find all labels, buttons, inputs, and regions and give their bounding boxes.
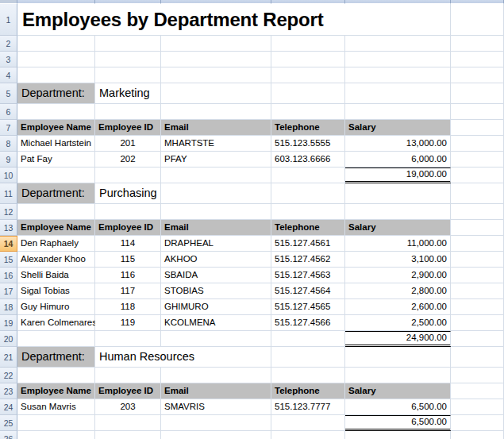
cell[interactable]: [451, 315, 504, 331]
row-header-20[interactable]: 20: [0, 331, 17, 347]
cell-email[interactable]: MHARTSTE: [161, 136, 271, 152]
report-title-cell[interactable]: Employees by Department Report: [17, 4, 451, 36]
cell[interactable]: [271, 415, 345, 431]
cell-employee-name[interactable]: Susan Mavris: [17, 399, 95, 415]
cell[interactable]: [271, 368, 345, 383]
header-salary[interactable]: Salary: [345, 383, 451, 399]
cell-employee-id[interactable]: 115: [95, 252, 161, 268]
row-header-25[interactable]: 25: [0, 415, 17, 431]
row-header-15[interactable]: 15: [0, 252, 17, 268]
cell[interactable]: [451, 331, 504, 347]
row-header-1[interactable]: 1: [0, 4, 17, 36]
row-header-12[interactable]: 12: [0, 204, 17, 220]
cell[interactable]: [451, 431, 504, 439]
cell-salary[interactable]: 6,000.00: [345, 152, 451, 168]
row-header-6[interactable]: 6: [0, 104, 17, 120]
cell-employee-name[interactable]: Shelli Baida: [17, 268, 95, 283]
cell[interactable]: [161, 36, 271, 52]
department-label-cell[interactable]: Department:: [17, 347, 95, 368]
cell[interactable]: [17, 368, 95, 383]
cell[interactable]: [271, 52, 345, 67]
cell-salary[interactable]: 2,800.00: [345, 283, 451, 299]
cell[interactable]: [451, 52, 504, 67]
row-header-3[interactable]: 3: [0, 52, 17, 67]
header-employee-name[interactable]: Employee Name: [17, 120, 95, 136]
row-header-4[interactable]: 4: [0, 67, 17, 83]
cell[interactable]: [17, 204, 95, 220]
cell[interactable]: [271, 331, 345, 347]
cell[interactable]: [161, 104, 271, 120]
cell[interactable]: [345, 368, 451, 383]
header-employee-id[interactable]: Employee ID: [95, 220, 161, 236]
cell[interactable]: [95, 36, 161, 52]
cell[interactable]: [271, 83, 345, 104]
department-label-cell[interactable]: Department:: [17, 183, 95, 204]
cell-email[interactable]: DRAPHEAL: [161, 236, 271, 252]
cell-salary-total[interactable]: 19,000.00: [345, 168, 451, 183]
header-employee-id[interactable]: Employee ID: [95, 120, 161, 136]
cell[interactable]: [345, 204, 451, 220]
cell-telephone[interactable]: 515.123.7777: [271, 399, 345, 415]
row-header-18[interactable]: 18: [0, 299, 17, 315]
cell[interactable]: [95, 168, 161, 183]
cell[interactable]: [271, 431, 345, 439]
row-header-2[interactable]: 2: [0, 36, 17, 52]
cell[interactable]: [451, 152, 504, 168]
cell[interactable]: [451, 347, 504, 368]
cell-telephone[interactable]: 515.127.4561: [271, 236, 345, 252]
cell[interactable]: [95, 67, 161, 83]
cell-telephone[interactable]: 515.127.4566: [271, 315, 345, 331]
cell-employee-name[interactable]: Alexander Khoo: [17, 252, 95, 268]
header-employee-id[interactable]: Employee ID: [95, 383, 161, 399]
cell[interactable]: [451, 36, 504, 52]
cell-employee-id[interactable]: 201: [95, 136, 161, 152]
cell[interactable]: [17, 36, 95, 52]
cell[interactable]: [17, 104, 95, 120]
cell[interactable]: [345, 83, 451, 104]
cell[interactable]: [161, 204, 271, 220]
cell[interactable]: [345, 67, 451, 83]
header-email[interactable]: Email: [161, 220, 271, 236]
row-header-7[interactable]: 7: [0, 120, 17, 136]
cell[interactable]: [95, 331, 161, 347]
cell-email[interactable]: STOBIAS: [161, 283, 271, 299]
cell-employee-name[interactable]: Den Raphaely: [17, 236, 95, 252]
cell[interactable]: [271, 347, 345, 368]
row-header-23[interactable]: 23: [0, 383, 17, 399]
header-email[interactable]: Email: [161, 120, 271, 136]
cell[interactable]: [17, 331, 95, 347]
cell[interactable]: [451, 299, 504, 315]
cell[interactable]: [451, 183, 504, 204]
cell[interactable]: [345, 36, 451, 52]
cell[interactable]: [451, 120, 504, 136]
cell-salary[interactable]: 13,000.00: [345, 136, 451, 152]
cell-email[interactable]: GHIMURO: [161, 299, 271, 315]
cell[interactable]: [95, 52, 161, 67]
header-telephone[interactable]: Telephone: [271, 120, 345, 136]
cell[interactable]: [17, 415, 95, 431]
cell[interactable]: [451, 252, 504, 268]
cell-salary-total[interactable]: 6,500.00: [345, 415, 451, 431]
cell[interactable]: [451, 204, 504, 220]
cell-employee-name[interactable]: Guy Himuro: [17, 299, 95, 315]
cell[interactable]: [95, 415, 161, 431]
cell[interactable]: [271, 204, 345, 220]
department-name-cell[interactable]: Marketing: [95, 83, 161, 104]
cell-employee-name[interactable]: Sigal Tobias: [17, 283, 95, 299]
cell-telephone[interactable]: 515.127.4563: [271, 268, 345, 283]
cell[interactable]: [345, 347, 451, 368]
cell-telephone[interactable]: 515.123.5555: [271, 136, 345, 152]
row-header-16[interactable]: 16: [0, 268, 17, 283]
row-header-26[interactable]: 26: [0, 431, 17, 439]
cell[interactable]: [17, 52, 95, 67]
cell[interactable]: [161, 168, 271, 183]
row-header-13[interactable]: 13: [0, 220, 17, 236]
cell[interactable]: [161, 183, 271, 204]
cell[interactable]: [161, 67, 271, 83]
cell-salary[interactable]: 2,500.00: [345, 315, 451, 331]
cell-telephone[interactable]: 603.123.6666: [271, 152, 345, 168]
header-employee-name[interactable]: Employee Name: [17, 383, 95, 399]
cell-employee-id[interactable]: 114: [95, 236, 161, 252]
cell-employee-name[interactable]: Pat Fay: [17, 152, 95, 168]
cell-salary[interactable]: 11,000.00: [345, 236, 451, 252]
